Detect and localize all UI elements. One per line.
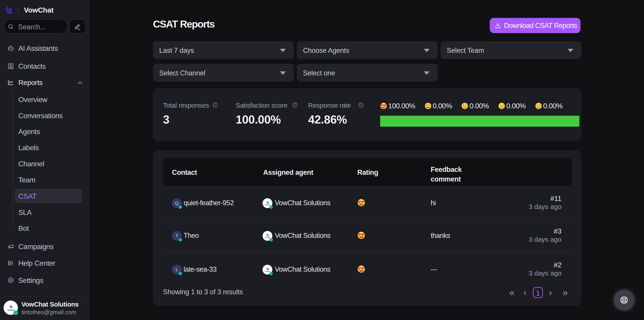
svg-text:VowChat: VowChat <box>7 309 14 311</box>
svg-text:VowChat: VowChat <box>265 270 270 272</box>
svg-text:VowChat: VowChat <box>265 204 270 205</box>
svg-text:VowChat: VowChat <box>265 237 270 238</box>
